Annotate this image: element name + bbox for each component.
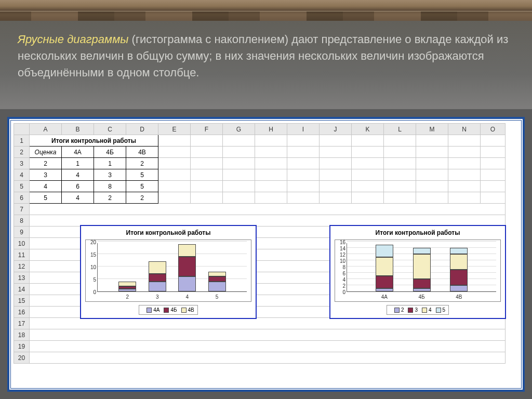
col-header[interactable]: C xyxy=(94,124,126,135)
chart-title: Итоги контрольной работы xyxy=(335,229,501,236)
text-highlight: Ярусные диаграммы xyxy=(18,33,128,46)
col-header[interactable]: B xyxy=(62,124,94,135)
col-header[interactable]: N xyxy=(448,124,481,135)
chart-left[interactable]: Итоги контрольной работы 05101520 2345 4… xyxy=(80,225,257,319)
col-header[interactable]: D xyxy=(126,124,158,135)
chart-right[interactable]: Итоги контрольной работы 0246810121416 4… xyxy=(329,225,506,319)
col-header[interactable]: K xyxy=(352,124,384,135)
chart-plot-area: 05101520 2345 xyxy=(85,240,251,302)
col-header[interactable]: J xyxy=(320,124,352,135)
spreadsheet[interactable]: A B C D E F G H I J K L M N O 1Итоги кон… xyxy=(14,123,518,385)
chart-legend: 4А4Б4В xyxy=(139,305,198,315)
slide-body-text: Ярусные диаграммы (гистограмма с накопле… xyxy=(0,21,532,109)
chart-legend: 2345 xyxy=(387,305,449,315)
chart-title: Итоги контрольной работы xyxy=(85,229,251,236)
col-header[interactable]: G xyxy=(223,124,255,135)
decorative-banner xyxy=(0,0,532,21)
col-header[interactable]: I xyxy=(287,124,320,135)
col-header[interactable]: H xyxy=(255,124,287,135)
col-header[interactable]: L xyxy=(384,124,416,135)
col-header[interactable]: M xyxy=(416,124,448,135)
col-header[interactable]: O xyxy=(481,124,506,135)
col-header[interactable]: E xyxy=(158,124,191,135)
col-header[interactable]: F xyxy=(191,124,223,135)
spreadsheet-frame: A B C D E F G H I J K L M N O 1Итоги кон… xyxy=(7,117,525,392)
chart-plot-area: 0246810121416 4А4Б4В xyxy=(335,240,501,302)
table-title[interactable]: Итоги контрольной работы xyxy=(30,135,158,147)
col-header[interactable]: A xyxy=(30,124,62,135)
